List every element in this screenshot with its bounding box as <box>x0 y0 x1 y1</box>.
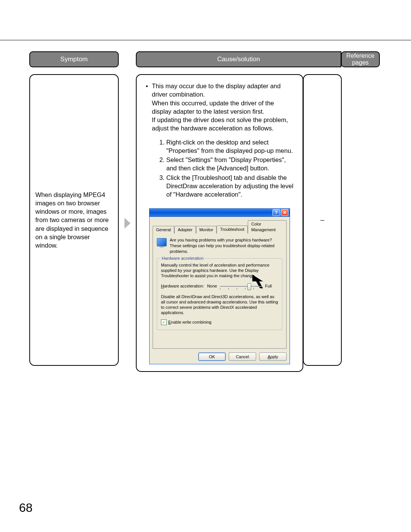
monitor-icon <box>157 237 167 247</box>
page-header-rule <box>0 40 411 40</box>
close-icon[interactable]: ✕ <box>281 209 288 216</box>
slider-setting-description: Disable all DirectDraw and Direct3D acce… <box>161 294 278 316</box>
step-1: Right-click on the desktop and select "P… <box>166 138 295 155</box>
symptom-cell: When displaying MPEG4 images on two brow… <box>29 74 119 366</box>
enable-write-combining-row: ✓ Enable write combining <box>161 319 278 325</box>
tab-general[interactable]: General <box>153 226 174 233</box>
enable-write-combining-label: Enable write combining <box>168 319 212 325</box>
dialog-body: General Adapter Monitor Troubleshoot Col… <box>149 217 290 364</box>
document-page: Symptom Cause/solution Reference pages W… <box>0 0 411 532</box>
cause-steps: Right-click on the desktop and select "P… <box>152 138 295 199</box>
cause-cell: This may occur due to the display adapte… <box>136 74 303 372</box>
step-3: Click the [Troubleshoot] tab and disable… <box>166 173 295 199</box>
ok-button[interactable]: OK <box>198 353 226 361</box>
hardware-acceleration-group: Hardware acceleration Manually control t… <box>157 258 282 330</box>
table-row: When displaying MPEG4 images on two brow… <box>29 74 380 372</box>
content-area: Symptom Cause/solution Reference pages W… <box>29 51 380 372</box>
header-reference: Reference pages <box>341 51 380 67</box>
header-cause: Cause/solution <box>136 51 341 67</box>
slider-thumb[interactable] <box>247 283 251 290</box>
help-icon[interactable]: ? <box>272 209 280 216</box>
slider-full-label: Full <box>265 283 272 289</box>
step-2: Select "Settings" from "Display Properti… <box>166 156 295 173</box>
tab-monitor[interactable]: Monitor <box>196 226 217 233</box>
arrow-right-icon <box>124 218 131 229</box>
tab-troubleshoot[interactable]: Troubleshoot <box>217 226 248 233</box>
apply-button[interactable]: Apply <box>259 353 287 361</box>
tab-panel-troubleshoot: Are you having problems with your graphi… <box>153 233 287 349</box>
page-number: 68 <box>19 501 33 515</box>
tab-color-management[interactable]: Color Management <box>248 220 287 233</box>
cancel-button[interactable]: Cancel <box>229 353 256 361</box>
dialog-titlebar: ? ✕ <box>149 208 290 217</box>
troubleshoot-intro-text: Are you having problems with your graphi… <box>170 237 282 254</box>
group-legend: Hardware acceleration <box>160 256 205 261</box>
reference-cell: – <box>303 74 342 366</box>
cause-line3: If updating the driver does not solve th… <box>152 116 288 132</box>
reference-value: – <box>320 215 324 224</box>
cause-intro: This may occur due to the display adapte… <box>152 83 280 98</box>
header-symptom: Symptom <box>29 51 119 67</box>
symptom-text: When displaying MPEG4 images on two brow… <box>35 191 113 250</box>
dialog-tabs: General Adapter Monitor Troubleshoot Col… <box>153 220 287 233</box>
hw-accel-slider[interactable] <box>220 283 262 290</box>
slider-none-label: None <box>207 283 217 289</box>
table-header-row: Symptom Cause/solution Reference pages <box>29 51 380 67</box>
hw-accel-slider-row: Hardware acceleration: None <box>161 283 278 290</box>
enable-write-combining-checkbox[interactable]: ✓ <box>161 319 167 325</box>
dialog-button-row: OK Cancel Apply <box>153 353 287 361</box>
display-properties-dialog: ? ✕ General Adapter Monitor Troubleshoot… <box>149 208 290 364</box>
hw-accel-label: Hardware acceleration: <box>161 283 204 289</box>
cause-bullet: This may occur due to the display adapte… <box>144 82 295 199</box>
cause-line2: When this occurred, update the driver of… <box>152 100 274 115</box>
tab-adapter[interactable]: Adapter <box>174 226 196 233</box>
